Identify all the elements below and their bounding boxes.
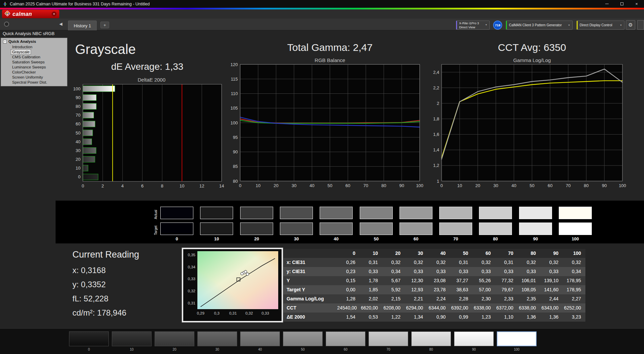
meter-status-badge[interactable]: 718: [493, 21, 502, 30]
pattern-patch-20[interactable]: [155, 331, 194, 346]
app-logo-icon: [3, 2, 7, 6]
svg-text:1,6: 1,6: [433, 132, 439, 137]
svg-text:100: 100: [416, 183, 423, 188]
gamma-loglog-chart: 010203040506070809010011,21,41,61,822,22…: [423, 63, 627, 194]
svg-text:0,3: 0,3: [214, 311, 220, 315]
gamma-chart-title: Gamma Log/Log: [442, 57, 622, 63]
table-column-header: 70: [495, 249, 518, 258]
close-button[interactable]: ×: [629, 0, 644, 8]
table-row-x-cie31: x: CIE310,260,310,320,320,320,310,320,31…: [283, 258, 585, 267]
svg-text:115: 115: [231, 77, 238, 82]
pattern-patch-80[interactable]: [411, 331, 451, 346]
minimize-button[interactable]: [600, 0, 614, 8]
sidebar-item-luminance-sweeps[interactable]: Luminance Sweeps: [11, 65, 47, 69]
actual-swatch-30: [280, 207, 313, 219]
target-swatch-10: [200, 223, 233, 235]
svg-text:80: 80: [76, 104, 80, 109]
svg-text:0,34: 0,34: [188, 265, 196, 269]
table-column-header: 30: [405, 249, 427, 258]
svg-text:60: 60: [76, 121, 80, 126]
svg-text:30: 30: [76, 148, 80, 153]
calman-menu-button[interactable]: calman ▼: [2, 10, 59, 18]
sidebar-item-cms-calibration[interactable]: CMS Calibration: [11, 55, 41, 59]
chevron-down-icon: ▼: [485, 24, 487, 26]
tree-root-quick-analysis[interactable]: - Quick Analysis: [3, 39, 67, 44]
svg-text:0,35: 0,35: [188, 253, 195, 257]
pattern-patch-50[interactable]: [283, 331, 323, 346]
pattern-patch-label: 20: [155, 348, 194, 351]
tab-history-1[interactable]: History 1: [68, 21, 97, 30]
sidebar-item-colorchecker[interactable]: ColorChecker: [11, 70, 37, 75]
swatch-column-label: 10: [200, 236, 233, 241]
swatch-column-label: 80: [479, 236, 512, 241]
workflow-tree: - Quick Analysis IntroductionGrayscaleCM…: [1, 38, 67, 86]
maximize-button[interactable]: [614, 0, 629, 8]
table-column-header: 10: [360, 249, 382, 258]
sidebar-item-spectral-power-dist[interactable]: Spectral Power Dist.: [11, 80, 48, 85]
svg-text:0,31: 0,31: [188, 301, 195, 305]
workflow-nav-dot-button[interactable]: [4, 22, 9, 27]
actual-swatch-10: [200, 207, 233, 219]
svg-text:110: 110: [231, 91, 238, 96]
reading-fl: fL: 52,228: [72, 294, 108, 303]
actual-swatch-90: [519, 207, 552, 219]
svg-text:2,4: 2,4: [433, 70, 439, 75]
titlebar: Calman 2025 Calman Ultimate for Business…: [0, 0, 644, 8]
svg-text:10: 10: [76, 166, 80, 171]
pattern-patch-30[interactable]: [197, 331, 237, 346]
gamma-loglog-chart-svg: 010203040506070809010011,21,41,61,822,22…: [423, 63, 627, 193]
table-header-row: 0102030405060708090100: [283, 249, 585, 258]
chevron-down-icon: ▼: [620, 24, 622, 26]
deltae-chart-title: DeltaE 2000: [82, 77, 221, 83]
add-tab-button[interactable]: +: [100, 22, 109, 28]
rgb-balance-chart: 0102030405060708090100808590951001051101…: [222, 63, 424, 194]
svg-text:0,32: 0,32: [188, 289, 195, 293]
svg-text:20: 20: [475, 183, 480, 188]
meter-select-dropdown[interactable]: X-Rite i1Pro 3 Direct View ▼: [456, 21, 490, 30]
svg-text:1,8: 1,8: [433, 116, 439, 121]
display-control-label: Direct Display Control: [580, 23, 612, 27]
svg-text:8: 8: [161, 183, 163, 188]
svg-text:50: 50: [327, 183, 332, 188]
logo-strip: calman ▼: [0, 9, 644, 19]
reading-x: x: 0,3168: [72, 266, 106, 275]
cie-chromaticity-chart-svg: 0,310,320,330,340,350,290,30,310,320,33: [183, 249, 282, 321]
sidebar-item-screen-uniformity[interactable]: Screen Uniformity: [11, 75, 44, 80]
swatch-column-label: 90: [519, 236, 552, 241]
de-average-readout: dE Average: 1,33: [111, 61, 183, 72]
svg-text:60: 60: [548, 183, 552, 188]
pattern-patch-0[interactable]: [69, 331, 109, 346]
pattern-generator-dropdown[interactable]: CalMAN Client 3 Pattern Generator ▼: [506, 21, 573, 30]
gear-icon: ⚙: [628, 22, 633, 28]
pattern-patch-90[interactable]: [454, 331, 494, 346]
sidebar-item-saturation-sweeps[interactable]: Saturation Sweeps: [11, 60, 46, 64]
pattern-patch-60[interactable]: [326, 331, 365, 346]
table-column-header: 50: [450, 249, 473, 258]
table-column-header: 90: [540, 249, 563, 258]
sidebar-item-grayscale[interactable]: Grayscale: [11, 50, 31, 54]
target-swatch-90: [519, 223, 552, 235]
svg-text:70: 70: [76, 113, 80, 118]
settings-button[interactable]: ⚙: [626, 20, 635, 30]
svg-text:2: 2: [437, 101, 439, 106]
svg-text:60: 60: [346, 183, 350, 188]
table-row-target-y: Target Y0,001,855,9212,9323,7838,6357,00…: [283, 285, 585, 294]
pattern-patch-10[interactable]: [112, 331, 152, 346]
target-swatch-80: [479, 223, 512, 235]
pattern-patch-70[interactable]: [368, 331, 408, 346]
pattern-patch-100[interactable]: [497, 331, 537, 346]
overflow-button[interactable]: [637, 20, 644, 30]
sidebar-collapse-icon[interactable]: ◀: [59, 22, 62, 26]
sidebar-item-introduction[interactable]: Introduction: [11, 45, 33, 49]
tree-expander-icon[interactable]: -: [3, 40, 7, 43]
pattern-patch-40[interactable]: [240, 331, 280, 346]
display-control-dropdown[interactable]: Direct Display Control ▼: [577, 21, 624, 30]
svg-text:10: 10: [457, 183, 462, 188]
svg-text:90: 90: [602, 183, 607, 188]
cct-average-readout: CCT Avg: 6350: [442, 42, 622, 53]
svg-text:80: 80: [584, 183, 588, 188]
rgb-balance-chart-title: RGB Balance: [240, 57, 420, 63]
maximize-icon: [620, 2, 623, 5]
target-swatch-100: [559, 223, 592, 235]
table-column-header: 20: [382, 249, 405, 258]
